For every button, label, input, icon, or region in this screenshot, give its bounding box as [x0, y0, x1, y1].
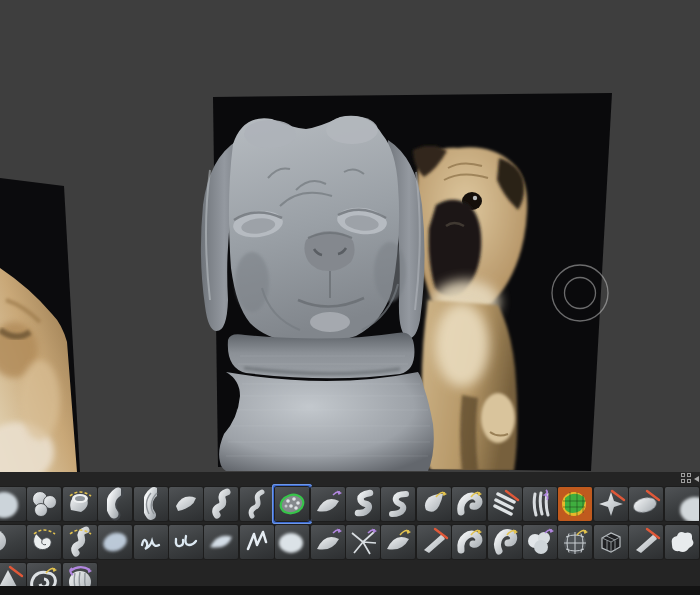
brush-row-2	[0, 525, 700, 559]
snake-thin-icon	[240, 487, 274, 521]
sculpt-viewport[interactable]	[0, 0, 700, 472]
scribble-2-icon	[169, 525, 203, 559]
brush-comma-stroke[interactable]	[169, 487, 203, 521]
collapse-arrow-icon	[694, 476, 699, 482]
thumbnail-grid-icon[interactable]	[681, 473, 700, 484]
brush-flat-blade[interactable]	[417, 525, 451, 559]
brush-teardrop[interactable]	[417, 487, 451, 521]
brush-disc[interactable]	[629, 487, 663, 521]
scribble-icon	[134, 525, 168, 559]
wire-sphere-icon	[558, 525, 592, 559]
brush-soft-wave[interactable]	[204, 525, 238, 559]
brush-soft-blue-smudge[interactable]	[98, 525, 132, 559]
brush-curve-tube[interactable]	[63, 487, 97, 521]
star-cross-icon	[594, 487, 628, 521]
brush-blob-edge[interactable]	[0, 525, 26, 559]
s-stroke-2-icon	[381, 487, 415, 521]
curve-tube-icon	[63, 487, 97, 521]
hook-curl-icon	[452, 525, 486, 559]
brush-ridged-stroke[interactable]	[134, 487, 168, 521]
disc-icon	[629, 487, 663, 521]
brush-splat[interactable]	[665, 525, 699, 559]
brush-clay-stroke[interactable]	[98, 487, 132, 521]
brush-hook-curl[interactable]	[452, 487, 486, 521]
paisley-dash-icon	[27, 525, 61, 559]
brush-spray-lines[interactable]	[346, 525, 380, 559]
brush-snake-thin[interactable]	[240, 487, 274, 521]
grid-square	[681, 479, 685, 483]
spheres-cluster-icon	[27, 487, 61, 521]
snake-stroke-icon	[204, 487, 238, 521]
brush-spheres-cluster[interactable]	[27, 487, 61, 521]
fold-smudge-icon	[311, 525, 345, 559]
brush-hook-curl-2[interactable]	[488, 525, 522, 559]
brush-hook-curl[interactable]	[452, 525, 486, 559]
tray-bottom-bar	[0, 586, 700, 595]
hook-curl-icon	[452, 487, 486, 521]
brush-fold-smudge[interactable]	[311, 487, 345, 521]
soft-blue-smudge-icon	[98, 525, 132, 559]
brush-flat-blade[interactable]	[629, 525, 663, 559]
brush-zigzag-scribble[interactable]	[240, 525, 274, 559]
brush-rough-strokes[interactable]	[523, 487, 557, 521]
flat-blade-icon	[629, 525, 663, 559]
brush-star-cross[interactable]	[594, 487, 628, 521]
brush-fold-smudge[interactable]	[381, 525, 415, 559]
color-sphere-icon	[558, 487, 592, 521]
puff-cloud-icon	[523, 525, 557, 559]
brush-soft-blob[interactable]	[275, 525, 309, 559]
soft-smudge-icon	[0, 487, 26, 521]
brush-pebble-ellipse[interactable]	[275, 487, 309, 521]
rough-strokes-icon	[523, 487, 557, 521]
zigzag-scribble-icon	[240, 525, 274, 559]
clay-stroke-icon	[98, 487, 132, 521]
brush-wire-sphere[interactable]	[558, 525, 592, 559]
spray-lines-icon	[346, 525, 380, 559]
brush-s-stroke[interactable]	[346, 487, 380, 521]
hatch-strokes-icon	[488, 487, 522, 521]
brush-paisley-dash[interactable]	[27, 525, 61, 559]
splat-icon	[665, 525, 699, 559]
soft-blob-icon	[275, 525, 309, 559]
brush-color-sphere[interactable]	[558, 487, 592, 521]
teardrop-icon	[417, 487, 451, 521]
brush-snake-stroke[interactable]	[63, 525, 97, 559]
flat-blade-icon	[417, 525, 451, 559]
brush-scribble[interactable]	[134, 525, 168, 559]
snake-stroke-icon	[63, 525, 97, 559]
grid-square	[687, 479, 691, 483]
fold-smudge-icon	[381, 525, 415, 559]
wire-cube-icon	[594, 525, 628, 559]
s-stroke-icon	[346, 487, 380, 521]
brush-soft-smudge[interactable]	[0, 487, 26, 521]
brush-s-stroke-2[interactable]	[381, 487, 415, 521]
brush-fold-smudge[interactable]	[311, 525, 345, 559]
soft-wave-icon	[204, 525, 238, 559]
brush-snake-stroke[interactable]	[204, 487, 238, 521]
blob-edge-icon	[0, 525, 26, 559]
grid-square	[681, 473, 685, 477]
brush-row-1	[0, 487, 700, 521]
corner-smudge-icon	[665, 487, 699, 521]
brush-scribble-2[interactable]	[169, 525, 203, 559]
brush-tray	[0, 472, 700, 595]
brush-corner-smudge[interactable]	[665, 487, 699, 521]
ridged-stroke-icon	[134, 487, 168, 521]
pebble-ellipse-icon	[275, 487, 309, 521]
comma-stroke-icon	[169, 487, 203, 521]
app-window	[0, 0, 700, 595]
grid-square	[687, 473, 691, 477]
brush-wire-cube[interactable]	[594, 525, 628, 559]
brush-puff-cloud[interactable]	[523, 525, 557, 559]
brush-hatch-strokes[interactable]	[488, 487, 522, 521]
hook-curl-2-icon	[488, 525, 522, 559]
fold-smudge-icon	[311, 487, 345, 521]
